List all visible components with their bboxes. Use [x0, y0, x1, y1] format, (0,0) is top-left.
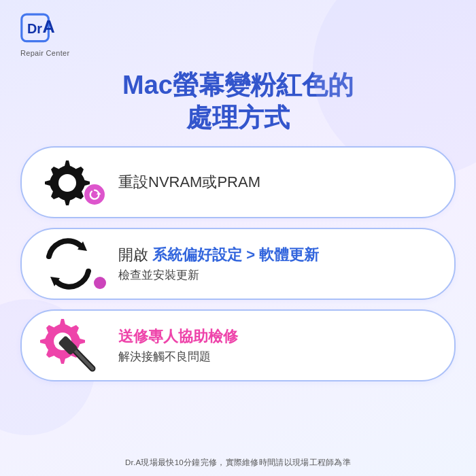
card-text-update: 開啟 系統偏好設定 > 軟體更新 檢查並安裝更新: [118, 245, 319, 284]
svg-text:A: A: [42, 17, 54, 36]
card-repair: 送修專人協助檢修 解決接觸不良問題: [20, 309, 456, 381]
footer-text: Dr.A現場最快10分鐘完修，實際維修時間請以現場工程師為準: [125, 458, 351, 468]
card-icon-repair: [31, 318, 106, 373]
card-text-nvram: 重設NVRAM或PRAM: [118, 172, 260, 193]
title-line1: Mac螢幕變粉紅色的: [122, 71, 354, 99]
main-title: Mac螢幕變粉紅色的 處理方式: [20, 69, 456, 134]
reset-icon: [88, 188, 101, 201]
title-line2: 處理方式: [186, 103, 290, 132]
card-icon-nvram: [31, 154, 106, 210]
logo-text: Repair Center: [20, 49, 69, 57]
page-container: Dr A Repair Center Mac螢幕變粉紅色的 處理方式: [0, 0, 476, 476]
logo-icon: Dr A: [20, 12, 69, 48]
svg-point-3: [58, 174, 76, 192]
update-dot: [94, 277, 106, 289]
card-icon-update: [31, 236, 106, 292]
card-highlight-repair: 送修專人協助檢修: [118, 326, 238, 347]
repair-icon: [38, 318, 99, 373]
card-update: 開啟 系統偏好設定 > 軟體更新 檢查並安裝更新: [20, 228, 456, 300]
cards-area: 重設NVRAM或PRAM 開啟 系統偏好設定 > 軟體更新: [20, 146, 456, 451]
card-text-main-nvram: 重設NVRAM或PRAM: [118, 172, 260, 193]
svg-text:Dr: Dr: [27, 21, 42, 36]
card-highlight-text: 系統偏好設定 > 軟體更新: [152, 246, 319, 263]
logo-area: Dr A Repair Center: [20, 12, 69, 57]
card-nvram: 重設NVRAM或PRAM: [20, 146, 456, 218]
card-text-sub-update: 檢查並安裝更新: [118, 267, 319, 283]
card-text-prefix: 開啟: [118, 246, 152, 263]
reset-badge: [84, 184, 105, 205]
header: Dr A Repair Center: [20, 12, 456, 57]
card-text-sub-repair: 解決接觸不良問題: [118, 349, 238, 364]
card-text-repair: 送修專人協助檢修 解決接觸不良問題: [118, 326, 238, 364]
update-arrows-icon: [41, 237, 97, 290]
svg-marker-4: [97, 192, 101, 194]
card-text-main-update: 開啟 系統偏好設定 > 軟體更新: [118, 245, 319, 266]
